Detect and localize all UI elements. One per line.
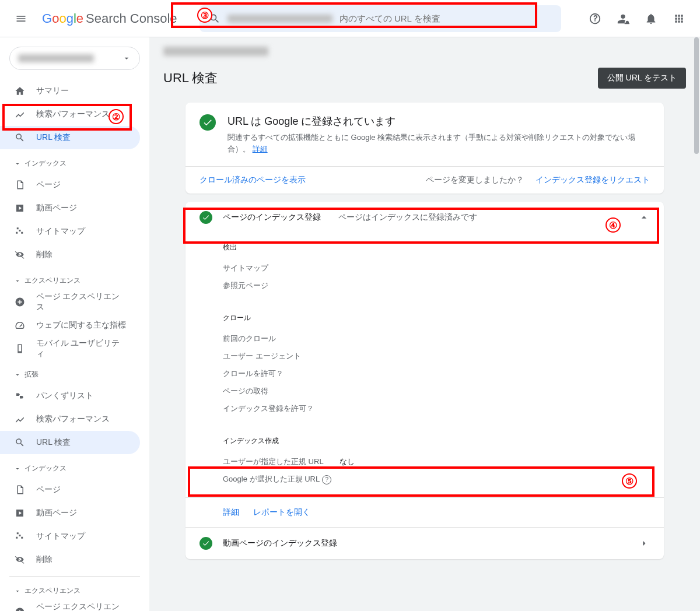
search-icon — [14, 437, 26, 448]
page-changed-text: ページを変更しましたか？ — [426, 175, 524, 185]
vertical-scrollbar[interactable] — [694, 37, 699, 154]
sidebar-item-performance[interactable]: 検索パフォーマンス — [0, 103, 140, 126]
google-logo-text: Google — [42, 11, 83, 26]
chevron-down-icon — [122, 54, 131, 63]
sidebar-section-enhancements[interactable]: 拡張 — [0, 365, 149, 384]
redacted-domain — [228, 15, 332, 23]
video-index-header[interactable]: 動画ページのインデックス登録 — [186, 527, 664, 559]
mobile-icon — [14, 343, 26, 354]
url-search-box[interactable] — [200, 5, 561, 32]
chevron-down-icon — [14, 371, 21, 378]
help-tooltip-icon[interactable]: ? — [322, 475, 331, 484]
sidebar-item-removals-2[interactable]: 削除 — [0, 548, 140, 571]
indexing-section: インデックス作成 ユーザーが指定した正規 URLなし Google が選択した正… — [186, 436, 664, 497]
app-name: Search Console — [86, 11, 177, 26]
index-coverage-header[interactable]: ページのインデックス登録 ページはインデックスに登録済みです — [186, 202, 664, 233]
checkmark-circle-icon — [200, 211, 212, 224]
user-canonical-value: なし — [340, 457, 650, 467]
page-title: URL 検査 — [163, 69, 218, 87]
learn-more-link[interactable]: 詳細 — [253, 145, 268, 153]
request-indexing-link[interactable]: インデックス登録をリクエスト — [536, 175, 650, 185]
sidebar-section-index-2[interactable]: インデックス — [0, 459, 149, 478]
sidebar-section-experience-2[interactable]: エクスペリエンス — [0, 581, 149, 601]
index-coverage-card: ページのインデックス登録 ページはインデックスに登録済みです 検出 サイトマップ… — [186, 202, 664, 559]
sidebar-item-url-inspection[interactable]: URL 検査 — [0, 126, 140, 149]
video-icon — [14, 508, 26, 518]
chart-line-icon — [14, 109, 26, 120]
apps-grid-icon — [673, 13, 685, 24]
chevron-down-icon — [14, 465, 21, 472]
plus-circle-icon — [14, 607, 26, 611]
sitemap-icon — [14, 226, 26, 237]
chevron-down-icon — [14, 160, 21, 167]
sidebar-item-page-experience-2[interactable]: ページ エクスペリエンス — [0, 601, 140, 611]
status-description: 関連するすべての拡張機能とともに Google 検索結果に表示されます（手動によ… — [228, 132, 650, 154]
hamburger-icon — [15, 13, 27, 24]
sidebar-item-label: サマリー — [36, 86, 69, 96]
user-settings-icon — [617, 12, 629, 25]
checkmark-circle-icon — [200, 537, 212, 550]
sidebar-item-label: URL 検査 — [36, 132, 71, 143]
checkmark-circle-icon — [200, 114, 216, 131]
hamburger-menu-button[interactable] — [9, 7, 33, 30]
open-report-link[interactable]: レポートを開く — [253, 507, 310, 518]
url-search-input[interactable] — [340, 13, 552, 23]
plus-circle-icon — [14, 297, 26, 307]
notifications-button[interactable] — [639, 7, 663, 30]
chevron-up-icon — [638, 212, 650, 223]
sidebar-item-page-experience[interactable]: ページ エクスペリエンス — [0, 290, 140, 314]
chevron-right-icon — [638, 538, 650, 549]
sidebar-item-pages[interactable]: ページ — [0, 173, 140, 196]
property-selector[interactable] — [9, 47, 140, 70]
help-circle-icon — [589, 12, 601, 25]
detection-section: 検出 サイトマップ 参照元ページ — [186, 243, 664, 304]
registration-status-card: URL は Google に登録されています 関連するすべての拡張機能とともに … — [186, 103, 664, 194]
app-header: Google Search Console — [0, 0, 700, 37]
search-icon — [209, 13, 220, 24]
sidebar-item-video-pages[interactable]: 動画ページ — [0, 196, 140, 220]
header-actions — [583, 7, 691, 30]
divider — [9, 576, 140, 577]
sidebar-item-sitemaps-2[interactable]: サイトマップ — [0, 525, 140, 548]
test-live-url-button[interactable]: 公開 URL をテスト — [598, 68, 686, 89]
index-coverage-title: ページのインデックス登録 — [223, 212, 328, 223]
index-coverage-status: ページはインデックスに登録済みです — [338, 212, 628, 223]
settings-button[interactable] — [611, 7, 635, 30]
status-title: URL は Google に登録されています — [228, 114, 650, 128]
bell-icon — [645, 12, 657, 25]
home-icon — [14, 86, 26, 96]
search-icon — [14, 132, 26, 143]
redacted-url — [163, 47, 268, 56]
video-icon — [14, 203, 26, 213]
eye-off-icon — [14, 554, 26, 565]
apps-button[interactable] — [667, 7, 691, 30]
chevron-down-icon — [14, 588, 21, 595]
sidebar-section-index[interactable]: インデックス — [0, 154, 149, 173]
logo[interactable]: Google Search Console — [42, 11, 177, 26]
eye-off-icon — [14, 250, 26, 260]
view-crawled-page-link[interactable]: クロール済みのページを表示 — [200, 175, 306, 185]
sidebar-item-summary[interactable]: サマリー — [0, 79, 140, 103]
page-icon — [14, 484, 26, 495]
sidebar-item-performance-2[interactable]: 検索パフォーマンス — [0, 408, 140, 431]
sidebar-item-video-pages-2[interactable]: 動画ページ — [0, 501, 140, 525]
sidebar-item-url-inspection-2[interactable]: URL 検査 — [0, 431, 140, 454]
sidebar-item-label: 検索パフォーマンス — [36, 109, 110, 120]
breadcrumb-icon — [14, 391, 26, 401]
sidebar-item-mobile-usability[interactable]: モバイル ユーザビリティ — [0, 337, 140, 360]
video-index-title: 動画ページのインデックス登録 — [223, 538, 337, 549]
sidebar-item-breadcrumbs[interactable]: パンくずリスト — [0, 384, 140, 408]
speed-icon — [14, 320, 26, 331]
sidebar-item-removals[interactable]: 削除 — [0, 243, 140, 266]
sidebar-section-experience[interactable]: エクスペリエンス — [0, 271, 149, 290]
sidebar-item-pages-2[interactable]: ページ — [0, 478, 140, 501]
redacted-property — [18, 54, 94, 62]
sidebar-item-core-web-vitals[interactable]: ウェブに関する主な指標 — [0, 314, 140, 337]
chart-line-icon — [14, 414, 26, 424]
page-icon — [14, 180, 26, 190]
help-button[interactable] — [583, 7, 607, 30]
details-link[interactable]: 詳細 — [223, 507, 239, 518]
chevron-down-icon — [14, 278, 21, 285]
crawl-section: クロール 前回のクロール ユーザー エージェント クロールを許可？ ページの取得… — [186, 313, 664, 427]
sidebar-item-sitemaps[interactable]: サイトマップ — [0, 220, 140, 243]
